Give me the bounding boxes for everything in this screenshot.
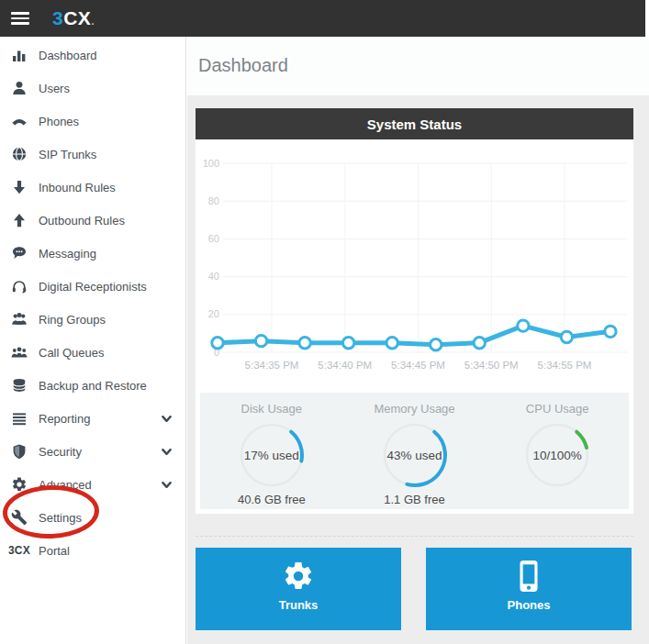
gauge-value: 17% used: [239, 422, 305, 488]
gauge-value: 10/100%: [524, 422, 590, 488]
x-axis-tick: 5:34:35 PM: [245, 360, 299, 371]
sidebar-item-backup-and-restore[interactable]: Backup and Restore: [0, 369, 185, 402]
phones-button[interactable]: Phones: [426, 548, 632, 630]
title-band: Dashboard: [187, 37, 649, 95]
sidebar-item-label: Dashboard: [39, 49, 97, 62]
system-status-chart: 0204060801005:34:35 PM5:34:40 PM5:34:45 …: [196, 139, 633, 390]
chevron-down-icon[interactable]: [161, 413, 173, 425]
x-axis-tick: 5:34:50 PM: [464, 360, 519, 371]
gauge-ring: 43% used: [382, 422, 448, 488]
sidebar-item-digital-receptionists[interactable]: Digital Receptionists: [0, 270, 185, 303]
wrench-icon: [9, 509, 29, 526]
3cx-logo-text: 3CX: [8, 544, 30, 557]
gauge-disk-usage: Disk Usage17% used40.6 GB free: [200, 393, 343, 509]
sidebar-item-messaging[interactable]: Messaging: [0, 237, 185, 270]
list-icon: [9, 410, 29, 427]
sidebar-item-phones[interactable]: Phones: [0, 105, 185, 138]
sidebar-item-label: Settings: [39, 511, 82, 525]
sidebar-item-dashboard[interactable]: Dashboard: [0, 39, 185, 72]
sidebar-item-label: SIP Trunks: [39, 148, 96, 161]
x-axis-tick: 5:34:40 PM: [318, 360, 372, 371]
sidebar-item-label: Inbound Rules: [39, 181, 116, 194]
sidebar-item-label: Backup and Restore: [39, 379, 147, 393]
bar-chart-icon: [9, 47, 29, 63]
sidebar-item-settings[interactable]: Settings: [0, 501, 185, 534]
speech-bubble-icon: [9, 245, 29, 261]
trunks-button[interactable]: Trunks: [196, 548, 401, 630]
shield-icon: [9, 443, 29, 460]
sidebar-item-security[interactable]: Security: [0, 435, 185, 468]
logo-dot: .: [91, 16, 95, 27]
gauge-ring: 10/100%: [524, 422, 590, 488]
tile-label: Phones: [508, 598, 551, 612]
sidebar-item-inbound-rules[interactable]: Inbound Rules: [0, 171, 185, 204]
sidebar-item-ring-groups[interactable]: Ring Groups: [0, 303, 185, 336]
gauge-sublabel: 40.6 GB free: [238, 493, 306, 506]
sidebar-item-outbound-rules[interactable]: Outbound Rules: [0, 204, 185, 237]
sidebar-item-advanced[interactable]: Advanced: [0, 468, 185, 501]
user-icon: [9, 80, 29, 96]
y-axis-tick: 20: [208, 308, 219, 319]
phone-handset-icon: [9, 113, 29, 129]
sidebar-item-reporting[interactable]: Reporting: [0, 402, 185, 435]
sidebar-nav: DashboardUsersPhonesSIP TrunksInbound Ru…: [0, 37, 185, 567]
system-status-card: System Status 0204060801005:34:35 PM5:34…: [196, 108, 633, 514]
globe-icon: [9, 146, 29, 162]
y-axis-tick: 40: [208, 271, 219, 282]
dashed-divider: [196, 536, 633, 537]
database-icon: [9, 377, 29, 394]
sidebar-item-label: Digital Receptionists: [39, 280, 147, 294]
sidebar-item-label: Ring Groups: [39, 313, 106, 327]
x-axis-tick: 5:34:55 PM: [538, 360, 592, 371]
sidebar-item-call-queues[interactable]: Call Queues: [0, 336, 185, 369]
sidebar-item-label: Call Queues: [39, 346, 105, 360]
sidebar-item-label: Users: [39, 82, 70, 95]
people-group-icon: [9, 311, 29, 328]
y-axis-tick: 60: [208, 233, 219, 244]
logo-3: 3: [52, 7, 63, 28]
arrow-up-icon: [9, 212, 29, 228]
gauge-title: Memory Usage: [374, 402, 454, 416]
gauge-sublabel: 1.1 GB free: [384, 493, 444, 506]
gauge-ring: 17% used: [239, 422, 305, 488]
gauge-cpu-usage: CPU Usage10/100%: [486, 393, 629, 509]
arrow-down-icon: [9, 179, 29, 195]
gauge-memory-usage: Memory Usage43% used1.1 GB free: [343, 393, 487, 509]
3cx-logo-icon: 3CX: [9, 542, 29, 559]
line-chart: 0204060801005:34:35 PM5:34:40 PM5:34:45 …: [196, 139, 633, 390]
logo-cx: CX: [63, 7, 91, 28]
sidebar-item-sip-trunks[interactable]: SIP Trunks: [0, 138, 185, 171]
gauge-title: CPU Usage: [526, 402, 589, 416]
smartphone-icon: [517, 560, 541, 593]
card-title: System Status: [196, 108, 633, 139]
queue-group-icon: [9, 344, 29, 361]
sidebar-item-label: Outbound Rules: [39, 214, 125, 228]
sidebar-item-label: Phones: [39, 115, 79, 128]
tile-label: Trunks: [279, 598, 319, 612]
page-title: Dashboard: [187, 37, 649, 76]
gear-icon: [9, 476, 29, 493]
y-axis-tick: 100: [203, 158, 219, 169]
sidebar-item-label: Messaging: [39, 247, 96, 261]
gauge-value: 43% used: [382, 422, 448, 488]
topbar: 3CX.: [0, 0, 645, 37]
gauge-title: Disk Usage: [241, 402, 302, 416]
sidebar-item-label: Reporting: [39, 412, 90, 426]
chevron-down-icon[interactable]: [161, 446, 173, 458]
menu-icon[interactable]: [11, 12, 29, 25]
chevron-down-icon[interactable]: [161, 479, 173, 491]
3cx-logo: 3CX.: [52, 7, 95, 29]
sidebar: DashboardUsersPhonesSIP TrunksInbound Ru…: [0, 37, 186, 644]
sidebar-item-label: Security: [39, 445, 82, 459]
y-axis-tick: 80: [208, 195, 219, 206]
sidebar-item-users[interactable]: Users: [0, 72, 185, 105]
headset-icon: [9, 278, 29, 294]
sidebar-item-portal[interactable]: 3CXPortal: [0, 534, 185, 567]
usage-gauges: Disk Usage17% used40.6 GB freeMemory Usa…: [200, 393, 629, 509]
sidebar-item-label: Advanced: [39, 478, 92, 492]
gear-icon: [282, 560, 315, 593]
x-axis-tick: 5:34:45 PM: [391, 360, 445, 371]
sidebar-item-label: Portal: [39, 544, 70, 558]
